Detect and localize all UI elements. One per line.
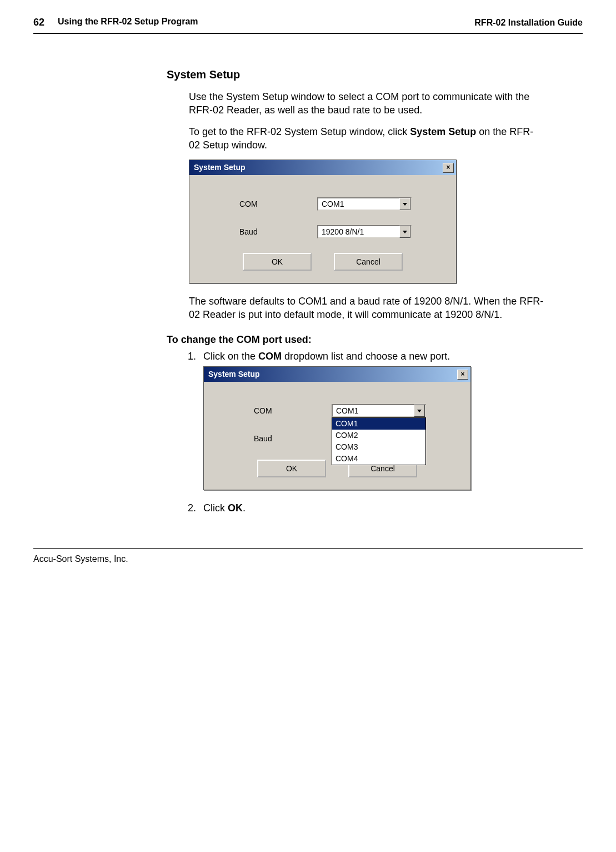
defaults-paragraph: The software defaults to COM1 and a baud…	[189, 295, 544, 322]
system-setup-dialog-open: System Setup × COM COM1	[203, 366, 471, 490]
nav-paragraph: To get to the RFR-02 System Setup window…	[189, 125, 544, 152]
header-divider	[33, 33, 583, 34]
com-label: COM	[221, 406, 332, 416]
dialog-titlebar: System Setup ×	[189, 160, 456, 175]
chevron-down-icon[interactable]	[399, 226, 410, 238]
ok-button[interactable]: OK	[257, 460, 326, 477]
dialog-title: System Setup	[208, 369, 260, 380]
intro-paragraph: Use the System Setup window to select a …	[189, 90, 544, 117]
footer-divider	[33, 548, 583, 549]
change-heading: To change the COM port used:	[167, 333, 544, 346]
close-button[interactable]: ×	[457, 370, 468, 380]
baud-value: 19200 8/N/1	[318, 227, 399, 237]
cancel-button[interactable]: Cancel	[334, 253, 403, 271]
chevron-down-icon[interactable]	[399, 198, 410, 210]
com-dropdown-list: COM1 COM2 COM3 COM4	[332, 417, 426, 465]
com-dropdown-open[interactable]: COM1 COM1 COM2 COM3 COM4	[332, 404, 426, 417]
section-title: System Setup	[167, 67, 544, 82]
dialog-titlebar: System Setup ×	[204, 367, 470, 382]
com-value: COM1	[333, 406, 414, 416]
step-2: Click OK.	[199, 501, 544, 515]
footer-text: Accu-Sort Systems, Inc.	[33, 554, 583, 564]
baud-label: Baud	[206, 227, 317, 237]
com-option[interactable]: COM3	[332, 441, 425, 453]
dialog-title: System Setup	[194, 162, 246, 173]
com-value: COM1	[318, 199, 399, 210]
com-label: COM	[206, 199, 317, 210]
page-number: 62	[33, 17, 44, 28]
com-option[interactable]: COM4	[332, 453, 425, 465]
close-button[interactable]: ×	[443, 163, 454, 173]
header-section: Using the RFR-02 Setup Program	[58, 17, 198, 28]
com-option[interactable]: COM2	[332, 430, 425, 441]
page-header: 62 Using the RFR-02 Setup Program RFR-02…	[33, 17, 583, 28]
step-1: Click on the COM dropdown list and choos…	[199, 350, 544, 490]
chevron-down-icon[interactable]	[414, 405, 425, 417]
baud-label: Baud	[221, 434, 332, 444]
com-dropdown[interactable]: COM1	[317, 197, 412, 211]
com-option[interactable]: COM1	[332, 418, 425, 430]
system-setup-dialog: System Setup × COM COM1 Baud	[189, 160, 457, 283]
header-guide: RFR-02 Installation Guide	[474, 18, 583, 28]
ok-button[interactable]: OK	[243, 253, 312, 271]
baud-dropdown[interactable]: 19200 8/N/1	[317, 225, 412, 238]
